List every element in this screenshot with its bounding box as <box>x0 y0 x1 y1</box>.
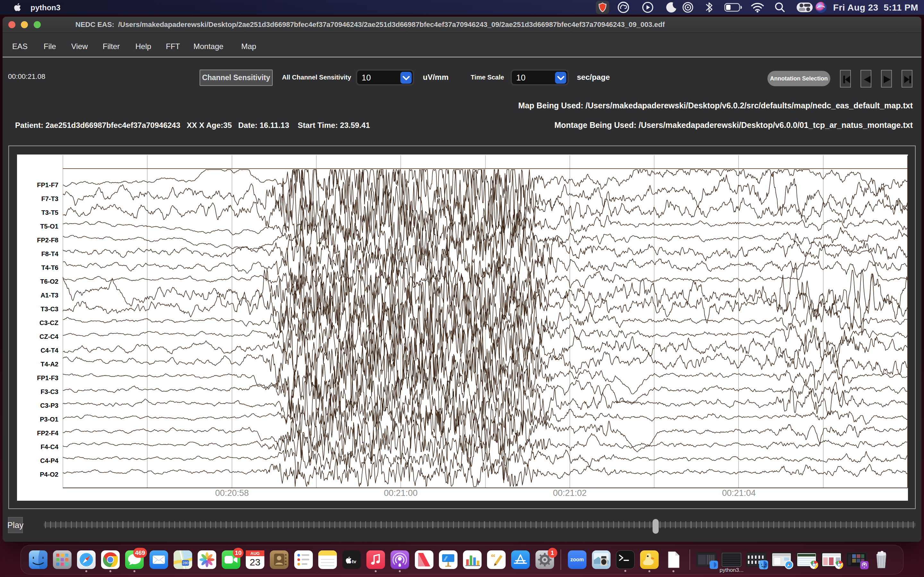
svg-text:AUG: AUG <box>250 551 260 556</box>
svg-text:23: 23 <box>250 557 260 567</box>
svg-text:“: “ <box>491 552 495 562</box>
svg-text:tv: tv <box>352 559 357 564</box>
svg-text:280: 280 <box>183 561 188 565</box>
